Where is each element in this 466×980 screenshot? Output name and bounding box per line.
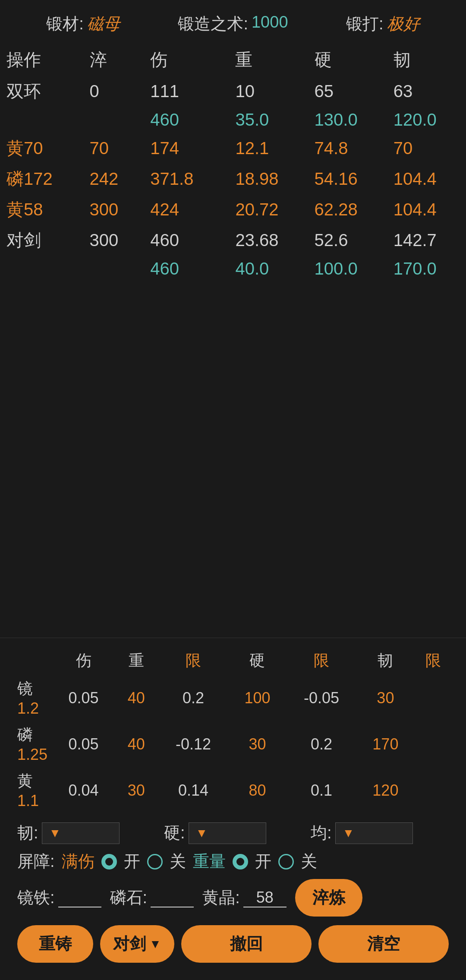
dropdown-row: 韧: ▼ 硬: ▼ 均: ▼ [13,822,453,844]
ying-dropdown[interactable]: ▼ [189,822,266,844]
table-row: 双环0111106563 [0,76,466,107]
kai2-label: 开 [255,850,271,873]
table-row: 磷172242371.818.9854.16104.4 [0,164,466,194]
bottom-section: 伤 重 限 硬 限 韧 限 镜 1.20.05400.2100-0.0530磷 … [0,638,466,980]
ren-arrow-icon[interactable]: ▼ [49,826,61,840]
zhong-liang-off-radio[interactable] [278,854,294,869]
table-row: 黄5830042420.7262.28104.4 [0,194,466,225]
calc-header-ying: 硬 [229,647,286,675]
jing-tie-input[interactable] [58,888,101,907]
material-value: 磁母 [87,13,120,35]
man-shang-off-radio[interactable] [147,854,163,869]
calc-row: 磷 1.250.0540-0.12300.2170 [13,721,453,767]
man-shang-on-radio[interactable] [101,854,117,869]
calc-row: 黄 1.10.04300.14800.1120 [13,767,453,813]
weapon-arrow-icon[interactable]: ▼ [149,937,161,951]
button-row: 重铸 对剑 ▼ 撤回 清空 [13,925,453,963]
quality-value: 极好 [387,13,420,35]
shield-row: 屏障: 满伤 开 关 重量 开 关 [13,850,453,873]
zhong-liang-on-radio[interactable] [233,854,248,869]
header-ying: 硬 [308,44,387,76]
recast-button[interactable]: 重铸 [17,925,93,963]
header-op: 操作 [0,44,83,76]
calc-header-shang: 伤 [52,647,115,675]
calc-header-zhong: 重 [115,647,157,675]
calc-header-ren: 韧 [357,647,414,675]
lin-shi-item: 磷石: [110,887,194,909]
top-bar: 锻材: 磁母 锻造之术: 1000 锻打: 极好 [0,0,466,44]
header-ren: 韧 [387,44,466,76]
table-row: 黄707017412.174.870 [0,133,466,164]
material-label: 锻材: [46,13,84,35]
calc-header-xian3: 限 [414,647,453,675]
huang-jing-input[interactable] [243,888,287,907]
jun-arrow-icon[interactable]: ▼ [343,826,355,840]
material-item: 锻材: 磁母 [46,13,120,35]
header-shang: 伤 [144,44,229,76]
ren-dropdown-item: 韧: ▼ [17,822,155,844]
clear-button[interactable]: 清空 [318,925,449,963]
table-row: 46040.0100.0170.0 [0,256,466,282]
jing-tie-item: 镜铁: [17,887,101,909]
weapon-label: 对剑 [113,933,146,955]
recast-label: 重铸 [39,933,72,955]
quality-label: 锻打: [346,13,384,35]
jun-dropdown-item: 均: ▼ [311,822,449,844]
spacer [0,282,466,584]
header-zhong: 重 [229,44,308,76]
zhong-liang-label: 重量 [193,850,226,873]
man-shang-label: 满伤 [62,850,94,873]
calc-row: 镜 1.20.05400.2100-0.0530 [13,675,453,721]
guan2-label: 关 [301,850,317,873]
ren-dropdown[interactable]: ▼ [42,822,120,844]
kai1-label: 开 [124,850,140,873]
skill-item: 锻造之术: 1000 [178,13,288,35]
jun-label: 均: [311,822,332,844]
calc-table: 伤 重 限 硬 限 韧 限 镜 1.20.05400.2100-0.0530磷 … [13,647,453,813]
header-cui: 淬 [83,44,144,76]
ying-label: 硬: [164,822,185,844]
stats-table: 操作 淬 伤 重 硬 韧 双环011110656346035.0130.0120… [0,44,466,282]
lin-shi-label: 磷石: [110,887,148,909]
revoke-button[interactable]: 撤回 [181,925,312,963]
jun-dropdown[interactable]: ▼ [335,822,413,844]
input-row: 镜铁: 磷石: 黄晶: 淬炼 [13,879,453,917]
ren-label: 韧: [17,822,38,844]
table-row: 46035.0130.0120.0 [0,107,466,133]
skill-value: 1000 [252,13,288,35]
lin-shi-input[interactable] [151,888,194,907]
weapon-selector[interactable]: 对剑 ▼ [100,925,174,963]
smelt-button[interactable]: 淬炼 [295,879,362,917]
calc-header-xian2: 限 [286,647,357,675]
ying-arrow-icon[interactable]: ▼ [196,826,208,840]
huang-jing-label: 黄晶: [202,887,240,909]
huang-jing-item: 黄晶: [202,887,287,909]
quality-item: 锻打: 极好 [346,13,420,35]
jing-tie-label: 镜铁: [17,887,55,909]
table-row: 对剑30046023.6852.6142.7 [0,225,466,256]
skill-label: 锻造之术: [178,13,248,35]
calc-header-xian1: 限 [157,647,229,675]
shield-label: 屏障: [17,850,55,873]
ying-dropdown-item: 硬: ▼ [164,822,302,844]
guan1-label: 关 [170,850,186,873]
